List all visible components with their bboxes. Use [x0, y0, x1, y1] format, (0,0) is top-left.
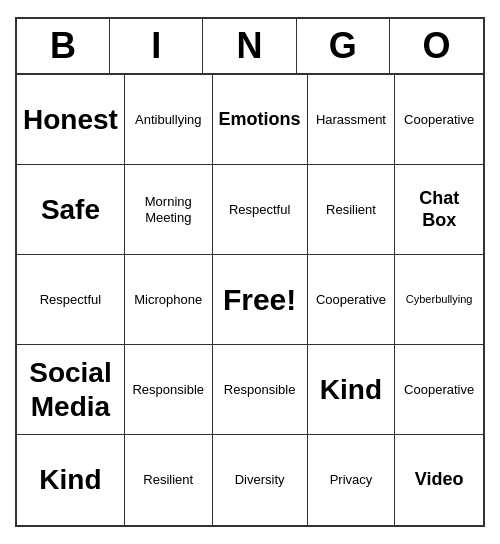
bingo-grid: HonestAntibullyingEmotionsHarassmentCoop… [17, 75, 483, 525]
bingo-cell: Kind [308, 345, 396, 435]
bingo-cell: Emotions [213, 75, 308, 165]
bingo-cell: Cooperative [395, 75, 483, 165]
bingo-cell: Morning Meeting [125, 165, 213, 255]
bingo-cell: Free! [213, 255, 308, 345]
bingo-cell: Respectful [213, 165, 308, 255]
header-letter: O [390, 19, 483, 73]
header-letter: N [203, 19, 296, 73]
bingo-cell: Antibullying [125, 75, 213, 165]
bingo-cell: Resilient [125, 435, 213, 525]
bingo-cell: Cooperative [308, 255, 396, 345]
bingo-cell: Chat Box [395, 165, 483, 255]
bingo-cell: Harassment [308, 75, 396, 165]
bingo-cell: Resilient [308, 165, 396, 255]
bingo-card: BINGO HonestAntibullyingEmotionsHarassme… [15, 17, 485, 527]
bingo-cell: Privacy [308, 435, 396, 525]
bingo-cell: Video [395, 435, 483, 525]
bingo-cell: Cooperative [395, 345, 483, 435]
bingo-cell: Respectful [17, 255, 125, 345]
header-letter: B [17, 19, 110, 73]
bingo-cell: Microphone [125, 255, 213, 345]
header-letter: I [110, 19, 203, 73]
bingo-cell: Responsible [125, 345, 213, 435]
bingo-cell: Safe [17, 165, 125, 255]
bingo-cell: Cyberbullying [395, 255, 483, 345]
bingo-cell: Kind [17, 435, 125, 525]
bingo-header: BINGO [17, 19, 483, 75]
bingo-cell: Social Media [17, 345, 125, 435]
header-letter: G [297, 19, 390, 73]
bingo-cell: Diversity [213, 435, 308, 525]
bingo-cell: Honest [17, 75, 125, 165]
bingo-cell: Responsible [213, 345, 308, 435]
